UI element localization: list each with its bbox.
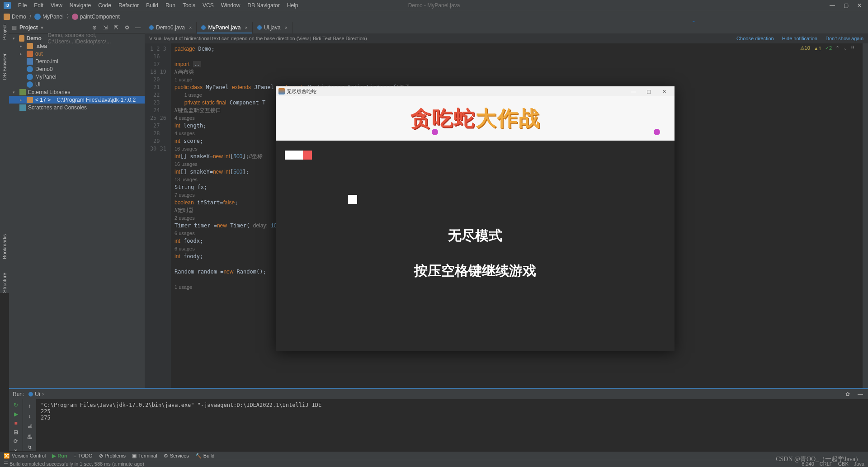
select-opened-icon[interactable]: ⊕ [90,24,99,32]
breadcrumb-bar: Demo 〉 MyPanel 〉 paintComponent [0,11,868,22]
clear-icon[interactable]: ↯ [26,443,34,451]
tool-run[interactable]: ▶Run [52,453,67,459]
folder-icon [4,14,10,20]
banner-link[interactable]: Don't show again [826,36,863,41]
folder-icon [27,43,33,49]
dbbrowser-tab[interactable]: DB Browser [2,53,7,80]
expand-all-icon[interactable]: ⇲ [101,24,109,32]
stop-icon[interactable]: ■ [12,420,20,426]
tool-todo[interactable]: ≡TODO [74,453,93,458]
print-icon[interactable]: 🖶 [26,433,34,441]
project-dropdown-icon[interactable]: ▦ [12,24,17,31]
close-button[interactable]: ✕ [853,0,866,11]
hide-icon[interactable]: — [134,24,142,32]
tab-ui-java[interactable]: Ui.java× [253,22,292,33]
tree-ext-libs[interactable]: External Libraries [28,89,70,95]
run-sidebar2: ↑ ↓ ⏎ 🖶 ↯ [23,399,36,451]
tab-demo0-java[interactable]: Demo0.java× [145,22,197,33]
tree-root[interactable]: Demo [27,35,42,42]
tool-build[interactable]: 🔨Build [195,453,214,459]
banner-link[interactable]: Choose direction [736,36,774,41]
class-icon [27,81,33,88]
menu-refactor[interactable]: Refactor [116,1,142,9]
close-icon[interactable]: × [189,25,192,30]
crumb-method[interactable]: paintComponent [80,14,120,20]
close-icon[interactable]: × [285,25,288,30]
menu-build[interactable]: Build [143,1,161,9]
run-tab[interactable]: Ui × [28,391,44,397]
run-title: Run: [13,391,24,397]
project-tab[interactable]: Project [2,24,7,40]
up-icon[interactable]: ↑ [26,402,34,410]
status-message: Build completed successfully in 1 sec, 5… [9,461,144,467]
ide-logo: IJ [4,2,11,9]
tree-demo-iml[interactable]: Demo.iml [35,58,58,65]
menu-navigate[interactable]: Navigate [67,1,94,9]
tree-demo0[interactable]: Demo0 [35,66,53,72]
run-tool-window: Run: Ui × ✿ — ↻ ▶ ■ ⊟ ⟳ » ↑ ↓ ⏎ 🖶 ↯ "C:\… [9,388,868,451]
tool-terminal[interactable]: ▣Terminal [132,453,157,459]
tree-jdk[interactable]: < 17 > [35,97,51,103]
tree-root-hint: Demo, sources root, C:\Users\...\Desktop… [47,32,145,45]
run-hide-icon[interactable]: — [856,390,864,398]
menu-tools[interactable]: Tools [180,1,198,9]
project-tree[interactable]: ▾Demo Demo, sources root, C:\Users\...\D… [9,33,145,112]
tree-idea[interactable]: .idea [35,43,47,49]
minimize-button[interactable]: — [826,0,839,11]
banner-link[interactable]: Hide notification [782,36,817,41]
tool-version-control[interactable]: 🔀Version Control [4,453,46,459]
game-board[interactable]: 无尽模式 按压空格键继续游戏 [276,141,675,351]
game-title: 无尽版贪吃蛇 [287,88,316,95]
watermark: CSDN @青OO_（一起学Java） [776,455,862,463]
snake-body [285,151,303,160]
crumb-root[interactable]: Demo [12,14,26,20]
tree-mypanel[interactable]: MyPanel [35,74,57,80]
tool-services[interactable]: ⚙Services [164,453,189,459]
menu-help[interactable]: Help [284,1,301,9]
menu-file[interactable]: File [15,1,29,9]
settings-icon[interactable]: ✿ [123,24,131,32]
inspection-widget[interactable]: ⚠10 ▲1 ✓2 ⌃⌄ ⠿ [800,45,854,51]
menu-db-navigator[interactable]: DB Navigator [245,1,282,9]
run-settings-icon[interactable]: ✿ [844,390,852,398]
class-icon [149,25,154,30]
menu-edit[interactable]: Edit [31,1,46,9]
menu-view[interactable]: View [48,1,65,9]
collapse-all-icon[interactable]: ⇱ [112,24,120,32]
wrap-icon[interactable]: ⏎ [26,423,34,430]
tree-scratch[interactable]: Scratches and Consoles [28,104,87,111]
menu-window[interactable]: Window [218,1,243,9]
game-minimize[interactable]: — [626,89,641,94]
pin-icon[interactable]: ⟳ [12,438,20,444]
project-title[interactable]: Project [19,24,38,31]
structure-tab[interactable]: Structure [2,273,7,293]
class-icon [34,14,41,20]
tree-out[interactable]: out [35,51,43,57]
bookmarks-tab[interactable]: Bookmarks [2,234,7,259]
maximize-button[interactable]: ▢ [839,0,853,11]
menubar: FileEditViewNavigateCodeRefactorBuildRun… [15,1,301,9]
layout-icon[interactable]: ⊟ [12,429,20,435]
run-icon[interactable]: ▶ [12,411,20,417]
class-icon [257,25,262,30]
game-window[interactable]: 无尽版贪吃蛇 — ▢ ✕ 贪吃蛇大作战 无尽模式 按压空格键继续游戏 [276,86,675,351]
close-icon[interactable]: × [245,25,248,30]
down-icon[interactable]: ↓ [26,412,34,420]
folder-icon [27,97,33,103]
tab-mypanel-java[interactable]: MyPanel.java× [197,22,252,33]
tool-problems[interactable]: ⊘Problems [99,453,126,459]
rerun-icon[interactable]: ↻ [12,402,20,408]
crumb-class[interactable]: MyPanel [42,14,64,20]
game-maximize[interactable]: ▢ [641,89,656,94]
game-titlebar[interactable]: 无尽版贪吃蛇 — ▢ ✕ [276,86,675,96]
scrollbar[interactable] [863,43,868,388]
menu-run[interactable]: Run [163,1,178,9]
run-output[interactable]: "C:\Program Files\Java\jdk-17.0.2\bin\ja… [36,399,868,451]
tree-ui[interactable]: Ui [35,81,40,88]
java-icon [278,88,285,94]
menu-vcs[interactable]: VCS [200,1,217,9]
game-close[interactable]: ✕ [656,89,672,94]
scratch-icon [19,104,26,111]
banner-text: Visual layout of bidirectional text can … [149,36,367,41]
menu-code[interactable]: Code [95,1,114,9]
